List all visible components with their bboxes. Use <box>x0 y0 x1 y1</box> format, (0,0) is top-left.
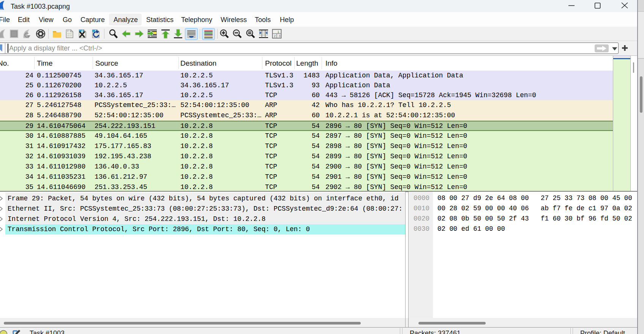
svg-text:1: 1 <box>277 30 279 34</box>
svg-text:0111: 0111 <box>67 36 72 39</box>
svg-text:3: 3 <box>278 34 280 38</box>
svg-text:2: 2 <box>274 34 276 38</box>
